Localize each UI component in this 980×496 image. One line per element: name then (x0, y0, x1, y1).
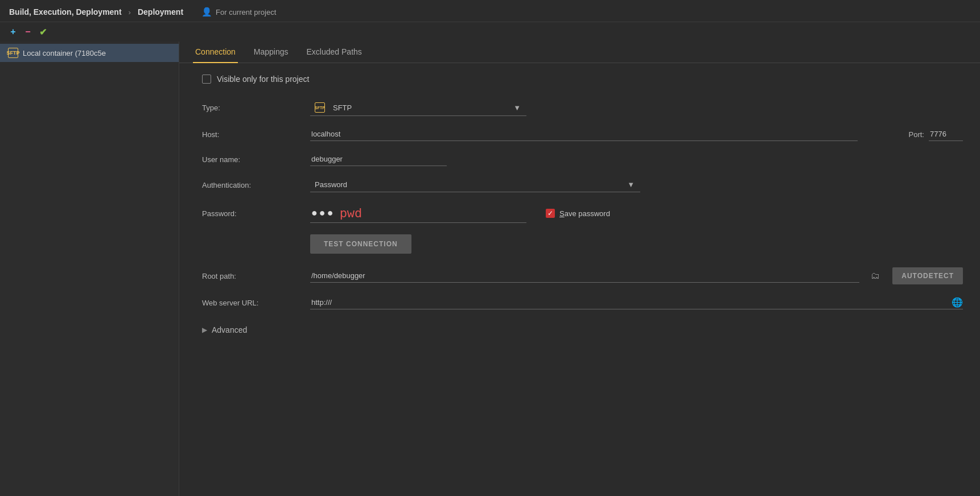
port-section: Port: (886, 127, 963, 141)
password-control: ●●● pwd ✓ Save password (310, 204, 963, 223)
host-label: Host: (202, 130, 310, 139)
right-panel: Connection Mappings Excluded Paths Visib… (179, 42, 980, 496)
root-path-label: Root path: (202, 272, 310, 280)
type-control-area: SFTP SFTP ▼ (310, 100, 963, 116)
auth-dropdown[interactable]: Password ▼ (310, 177, 640, 192)
visible-only-row: Visible only for this project (202, 75, 963, 84)
username-control (310, 152, 963, 166)
auth-value: Password (315, 180, 347, 189)
check-button[interactable]: ✔ (36, 26, 49, 38)
password-label: Password: (202, 209, 310, 218)
tab-connection[interactable]: Connection (193, 42, 238, 63)
save-password-area: ✓ Save password (546, 209, 610, 218)
toolbar: + − ✔ (0, 22, 980, 42)
title-bar: Build, Execution, Deployment › Deploymen… (0, 0, 980, 22)
visible-only-checkbox[interactable] (202, 75, 211, 84)
project-indicator: 👤 For current project (201, 7, 276, 17)
web-server-control: 🌐 (310, 296, 963, 309)
root-path-control: 🗂 AUTODETECT (310, 267, 963, 284)
password-field-area[interactable]: ●●● pwd (310, 204, 526, 223)
root-path-row: Root path: 🗂 AUTODETECT (202, 267, 963, 284)
host-input[interactable] (310, 127, 858, 141)
visible-only-label: Visible only for this project (217, 75, 309, 84)
save-password-label: Save password (559, 209, 610, 218)
sftp-icon: SFTP (8, 48, 18, 58)
port-label: Port: (909, 130, 924, 139)
main-content: SFTP Local container (7180c5e Connection… (0, 42, 980, 496)
remove-button[interactable]: − (22, 26, 34, 38)
tab-mappings[interactable]: Mappings (252, 42, 291, 63)
password-row: Password: ●●● pwd ✓ Save password (202, 204, 963, 223)
password-hint: pwd (340, 206, 363, 220)
web-server-label: Web server URL: (202, 299, 310, 307)
root-path-input[interactable] (310, 269, 859, 283)
port-input[interactable] (929, 127, 963, 141)
test-conn-row: TEST CONNECTION (310, 234, 963, 254)
autodetect-button[interactable]: AUTODETECT (892, 267, 963, 284)
save-underline: S (559, 209, 565, 218)
advanced-row[interactable]: ▶ Advanced (202, 321, 963, 339)
person-icon: 👤 (201, 7, 212, 17)
folder-icon-button[interactable]: 🗂 (868, 269, 882, 283)
advanced-label: Advanced (212, 325, 247, 334)
type-dropdown[interactable]: SFTP SFTP ▼ (310, 100, 526, 116)
web-server-row: Web server URL: 🌐 (202, 296, 963, 309)
username-input[interactable] (310, 152, 447, 166)
form-area: Visible only for this project Type: SFTP… (179, 63, 980, 496)
username-label: User name: (202, 155, 310, 164)
auth-row: Authentication: Password ▼ (202, 177, 963, 192)
breadcrumb-sep: › (129, 8, 131, 16)
globe-icon[interactable]: 🌐 (952, 297, 963, 308)
username-row: User name: (202, 152, 963, 166)
tab-excluded-paths[interactable]: Excluded Paths (304, 42, 364, 63)
sidebar-item-label: Local container (7180c5e (23, 49, 106, 57)
web-url-input[interactable] (310, 296, 948, 309)
advanced-arrow-icon: ▶ (202, 326, 207, 334)
type-dropdown-arrow: ▼ (513, 104, 521, 112)
add-button[interactable]: + (7, 26, 19, 38)
tabs: Connection Mappings Excluded Paths (179, 42, 980, 63)
checkmark-icon: ✓ (547, 209, 553, 217)
sidebar-item-local-container[interactable]: SFTP Local container (7180c5e (0, 44, 179, 62)
breadcrumb-build: Build, Execution, Deployment (9, 7, 122, 16)
type-row: Type: SFTP SFTP ▼ (202, 100, 963, 116)
sidebar: SFTP Local container (7180c5e (0, 42, 179, 496)
auth-label: Authentication: (202, 181, 310, 189)
auth-dropdown-arrow: ▼ (627, 180, 635, 189)
auth-control: Password ▼ (310, 177, 963, 192)
sftp-type-icon: SFTP (315, 102, 325, 113)
save-password-checkbox[interactable]: ✓ (546, 209, 555, 218)
web-url-area: 🌐 (310, 296, 963, 309)
test-connection-button[interactable]: TEST CONNECTION (310, 234, 411, 254)
breadcrumb-deployment: Deployment (138, 7, 183, 16)
host-row: Host: Port: (202, 127, 963, 141)
password-dots: ●●● (311, 207, 335, 219)
main-window: Build, Execution, Deployment › Deploymen… (0, 0, 980, 496)
project-label: For current project (216, 8, 276, 16)
type-label: Type: (202, 104, 310, 112)
type-value: SFTP (333, 104, 352, 112)
host-port-area: Port: (310, 127, 963, 141)
